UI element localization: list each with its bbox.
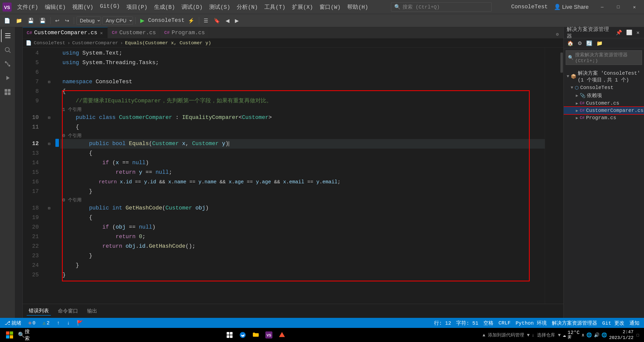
status-warnings[interactable]: ⚠ 2 bbox=[41, 319, 51, 327]
bottom-tab-errors[interactable]: 错误列表 bbox=[27, 306, 51, 316]
status-encoding[interactable]: CRLF bbox=[497, 320, 512, 326]
status-navigate[interactable]: 🚩 bbox=[75, 319, 85, 327]
menu-analyze[interactable]: 分析(N) bbox=[234, 2, 261, 12]
tab-customer-comparer[interactable]: C# CustomerComparer.cs ✕ bbox=[23, 27, 108, 38]
menu-git[interactable]: Git(G) bbox=[97, 2, 123, 12]
tab-settings-button[interactable]: ⚙ bbox=[553, 30, 561, 38]
taskbar-vs[interactable]: VS bbox=[263, 329, 274, 340]
status-env[interactable]: Python 环境 bbox=[514, 319, 548, 327]
menu-extensions[interactable]: 扩展(X) bbox=[289, 2, 316, 12]
scrollbar-thumb[interactable] bbox=[560, 53, 563, 73]
sol-toolbar-btn-1[interactable]: 🏠 bbox=[566, 40, 575, 47]
fold-12[interactable]: ⊟ bbox=[48, 141, 50, 146]
maximize-button[interactable]: □ bbox=[611, 2, 626, 12]
tray-keyboard-icon[interactable]: 🌐 bbox=[586, 332, 592, 338]
path-comparer[interactable]: CustomerComparer bbox=[72, 40, 118, 46]
status-down-arrow[interactable]: ↓ bbox=[65, 320, 71, 326]
sol-toolbar-btn-2[interactable]: ⚙ bbox=[576, 40, 584, 47]
minimize-button[interactable]: — bbox=[595, 2, 610, 12]
save-all-button[interactable]: 💾 bbox=[38, 17, 48, 24]
path-method[interactable]: Equals(Customer x, Customer y) bbox=[125, 40, 211, 46]
weather-widget[interactable]: ☁ 12°C 霁 bbox=[563, 330, 580, 340]
taskbar-edge[interactable] bbox=[237, 329, 248, 340]
status-git-branch[interactable]: ⎇ 就绪 bbox=[3, 319, 23, 327]
sol-node-solution[interactable]: ▼ 📦 解决方案 'ConsoleTest' (1 个项目，共 1 个) bbox=[564, 69, 644, 84]
tray-network-icon[interactable]: 🌐 bbox=[601, 332, 607, 338]
activity-git[interactable] bbox=[1, 57, 14, 70]
fold-18[interactable]: ⊟ bbox=[48, 206, 50, 211]
status-git-changes[interactable]: Git 更改 bbox=[601, 319, 626, 327]
toolbar-extra-3[interactable]: ◀ bbox=[224, 17, 231, 24]
bottom-tab-console[interactable]: 命令窗口 bbox=[56, 307, 80, 315]
taskbar-taskview[interactable] bbox=[224, 329, 235, 340]
tab-program[interactable]: C# Program.cs bbox=[160, 27, 209, 38]
bottom-tab-output[interactable]: 输出 bbox=[85, 307, 99, 315]
sol-toolbar-btn-3[interactable]: 🔄 bbox=[585, 40, 594, 47]
status-notifications[interactable]: 通知 bbox=[628, 319, 641, 327]
system-clock[interactable]: 2:47 2023/1/22 bbox=[609, 329, 633, 341]
menu-debug[interactable]: 调试(D) bbox=[178, 2, 206, 12]
tray-speaker-icon[interactable]: 🔊 bbox=[594, 332, 599, 338]
vertical-scrollbar[interactable] bbox=[560, 48, 563, 304]
sol-node-dependencies[interactable]: ▶ 📎 依赖项 bbox=[564, 91, 644, 100]
panel-close-button[interactable]: ✕ bbox=[635, 29, 641, 36]
run-button[interactable]: ▶ bbox=[138, 17, 147, 25]
menu-help[interactable]: 帮助(H) bbox=[344, 2, 371, 12]
tab-customer[interactable]: C# Customer.cs bbox=[108, 27, 160, 38]
sol-node-program-cs[interactable]: ▶ C# Program.cs bbox=[564, 114, 644, 121]
cpu-config-dropdown[interactable]: Any CPU bbox=[102, 17, 133, 25]
title-search-box[interactable]: 🔍 搜索 (Ctrl+Q) bbox=[391, 2, 492, 12]
taskbar-search[interactable]: 🔍 搜索 bbox=[18, 329, 29, 340]
menu-project[interactable]: 项目(P) bbox=[123, 2, 151, 12]
sol-node-customer-cs[interactable]: ▶ C# Customer.cs bbox=[564, 100, 644, 107]
taskbar-select-repo[interactable]: ↓ 选择仓库 ▼ bbox=[532, 332, 561, 338]
toolbar-extra-1[interactable]: ☰ bbox=[202, 17, 210, 24]
tab-close-customer-comparer[interactable]: ✕ bbox=[99, 30, 103, 36]
activity-explorer[interactable] bbox=[1, 29, 14, 42]
live-share-button[interactable]: 👤 Live Share bbox=[550, 3, 593, 11]
status-spaces[interactable]: 空格 bbox=[482, 319, 495, 327]
toolbar-extra-2[interactable]: 🔖 bbox=[212, 17, 222, 24]
debug-config-dropdown[interactable]: Debug bbox=[77, 17, 101, 25]
open-file-button[interactable]: 📁 bbox=[14, 17, 24, 24]
menu-view[interactable]: 视图(V) bbox=[69, 2, 96, 12]
tray-up-icon[interactable]: ∧ bbox=[582, 332, 584, 338]
activity-search[interactable] bbox=[1, 43, 14, 56]
menu-tools[interactable]: 工具(T) bbox=[261, 2, 289, 12]
sol-node-project[interactable]: ▼ ⬡ ConsoleTest bbox=[564, 84, 644, 91]
activity-extensions[interactable] bbox=[1, 86, 14, 99]
taskbar-explorer[interactable] bbox=[250, 329, 261, 340]
show-desktop-button[interactable]: □ bbox=[635, 332, 640, 338]
status-col[interactable]: 字符: 51 bbox=[455, 319, 480, 327]
menu-test[interactable]: 测试(S) bbox=[206, 2, 233, 12]
path-consoltest[interactable]: 📄 bbox=[26, 40, 32, 46]
desktop-icon: □ bbox=[636, 333, 639, 338]
menu-window[interactable]: 窗口(W) bbox=[316, 2, 344, 12]
sol-toolbar-btn-4[interactable]: 📁 bbox=[595, 40, 604, 47]
menu-build[interactable]: 生成(B) bbox=[151, 2, 178, 12]
activity-debug[interactable] bbox=[1, 71, 14, 84]
save-button[interactable]: 💾 bbox=[26, 17, 36, 24]
status-errors[interactable]: ⊗ 0 bbox=[27, 319, 37, 327]
close-button[interactable]: ✕ bbox=[627, 2, 642, 12]
toolbar-extra-4[interactable]: ▶ bbox=[233, 17, 241, 24]
code-content[interactable]: using System.Text; using System.Threadin… bbox=[60, 48, 545, 304]
sol-search-box[interactable]: 🔍 搜索解决方案资源管理器(Ctrl+;) bbox=[566, 50, 642, 65]
panel-expand-button[interactable]: ⬜ bbox=[625, 29, 634, 36]
taskbar-add-source[interactable]: ▲ 添加到源代码管理 ▼ bbox=[483, 332, 530, 338]
attach-debugger-button[interactable]: ⚡ bbox=[186, 17, 196, 24]
panel-pin-button[interactable]: 📌 bbox=[614, 29, 624, 36]
redo-button[interactable]: ↪ bbox=[63, 17, 71, 24]
undo-button[interactable]: ↩ bbox=[53, 17, 61, 24]
sol-node-customer-comparer-cs[interactable]: ▶ C# CustomerComparer.cs bbox=[564, 107, 644, 114]
menu-file[interactable]: 文件(F) bbox=[14, 2, 41, 12]
fold-7[interactable]: ⊟ bbox=[48, 79, 50, 84]
menu-edit[interactable]: 编辑(E) bbox=[42, 2, 69, 12]
status-sol-explorer[interactable]: 解决方案资源管理器 bbox=[550, 319, 599, 327]
status-up-arrow[interactable]: ↑ bbox=[55, 320, 61, 326]
fold-10[interactable]: ⊟ bbox=[48, 115, 50, 120]
new-file-button[interactable]: 📄 bbox=[2, 17, 12, 24]
taskbar-git[interactable] bbox=[276, 329, 288, 340]
start-button[interactable] bbox=[4, 329, 15, 340]
status-line[interactable]: 行: 12 bbox=[433, 319, 453, 327]
